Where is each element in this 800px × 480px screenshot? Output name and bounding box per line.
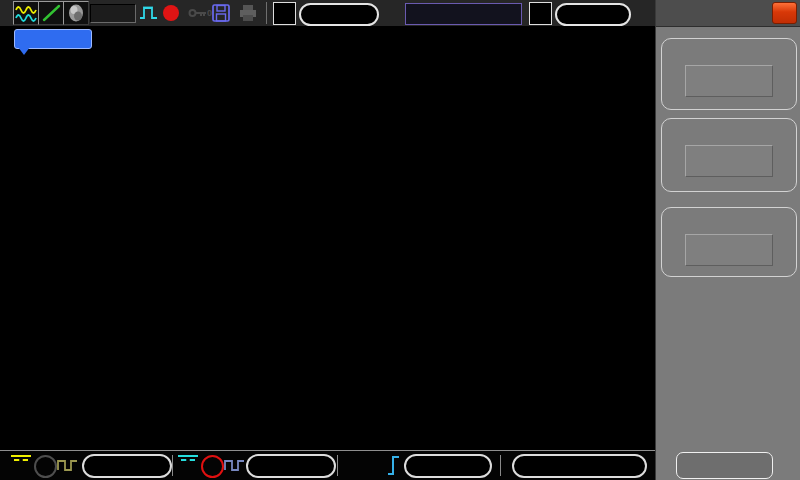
key-lock-icon: 0 — [188, 6, 212, 20]
channel-waveforms-icon — [15, 3, 37, 23]
ch2-scale-readout[interactable] — [246, 454, 336, 478]
ch1-scale-readout[interactable] — [82, 454, 172, 478]
pulse-icon[interactable] — [139, 4, 159, 22]
ch2-coupling-icon[interactable] — [177, 455, 199, 476]
statusbar-separator — [500, 455, 501, 476]
trigger-rising-edge-icon — [386, 454, 401, 477]
mean-value — [685, 65, 773, 97]
ch2-bandwidth-icon[interactable] — [201, 455, 224, 478]
print-icon — [238, 4, 258, 22]
main-timebase-readout — [299, 3, 379, 26]
horizontal-position-tag-pointer — [18, 47, 30, 55]
ch1-bandwidth-icon[interactable] — [34, 455, 57, 478]
measure-line-icon — [40, 3, 62, 23]
measure-button[interactable] — [38, 1, 64, 25]
ch2-squarewave-icon — [224, 457, 245, 473]
hand-button[interactable] — [63, 1, 89, 25]
close-icon[interactable] — [772, 2, 797, 24]
frequency-value — [685, 234, 773, 266]
waveform-preview-strip[interactable] — [405, 3, 522, 25]
waveform-graticule — [0, 26, 655, 450]
ch1-coupling-icon[interactable] — [10, 455, 32, 476]
save-floppy-icon[interactable] — [212, 4, 230, 22]
scope-display — [0, 26, 655, 450]
oscilloscope-screen: 0 — [0, 0, 800, 480]
measurement-group-mean — [661, 38, 797, 110]
toolbar-empty-slot — [90, 4, 136, 23]
trigger-frequency-readout — [512, 454, 647, 478]
status-bar — [0, 450, 655, 480]
ch1-squarewave-icon — [57, 457, 78, 473]
cancel-button[interactable] — [676, 452, 773, 479]
channels-button[interactable] — [13, 1, 39, 25]
autoset-panel — [655, 0, 800, 480]
panel-header — [656, 0, 800, 27]
top-toolbar: 0 — [0, 0, 655, 27]
window-timebase-readout — [555, 3, 631, 26]
toolbar-separator — [266, 2, 267, 24]
measurement-group-peak — [661, 118, 797, 192]
window-timebase-button[interactable] — [529, 2, 552, 25]
statusbar-separator — [337, 455, 338, 476]
horizontal-position-tag[interactable] — [14, 29, 92, 49]
statusbar-separator — [172, 455, 173, 476]
main-timebase-button[interactable] — [273, 2, 296, 25]
peak-to-peak-value — [685, 145, 773, 177]
hand-icon — [65, 3, 87, 23]
record-icon[interactable] — [163, 5, 179, 21]
trigger-level-readout[interactable] — [404, 454, 492, 478]
measurement-group-frequency — [661, 207, 797, 277]
